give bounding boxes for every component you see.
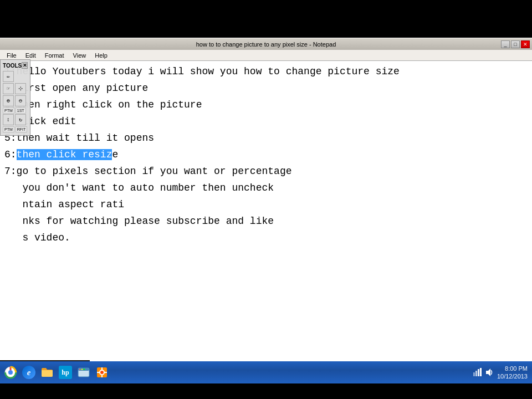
menu-help[interactable]: Help (90, 51, 112, 60)
menu-bar: File Edit Format View Help (0, 50, 532, 61)
close-button[interactable]: ✕ (521, 40, 530, 48)
volume-icon (485, 368, 494, 377)
title-bar-buttons: _ □ ✕ (501, 40, 530, 48)
taskbar: e hp (0, 361, 532, 383)
chrome-svg (4, 366, 17, 379)
notepad-window: how to to change picture to any pixel si… (0, 38, 532, 361)
tools-label: TOOLS (3, 63, 22, 69)
hand-tool[interactable]: ☞ (3, 83, 14, 94)
line-10: nks for watching please subscribe and li… (4, 213, 528, 229)
taskbar-icons-area: e hp (2, 364, 110, 381)
svg-point-6 (81, 369, 83, 370)
ie-logo: e (22, 366, 35, 379)
taskbar-folder-icon[interactable] (39, 364, 55, 381)
title-bar: how to to change picture to any pixel si… (0, 38, 532, 50)
rotate-tool[interactable]: ↻ (15, 114, 26, 125)
tools-row-4: ↕ ↻ (3, 114, 28, 125)
svg-point-10 (100, 371, 104, 374)
notepad-content-area[interactable]: 1:hello Youtubers today i will show you … (0, 61, 532, 398)
taskbar-hp-icon[interactable]: hp (57, 364, 74, 381)
menu-format[interactable]: Format (40, 51, 69, 60)
line-6: 6:then click resize (4, 146, 528, 163)
taskbar-paint-icon[interactable] (94, 364, 110, 381)
hp-logo: hp (59, 366, 72, 379)
taskbar-chrome-icon[interactable] (2, 364, 19, 381)
menu-file[interactable]: File (2, 51, 21, 60)
tool-label-ptm: PTM (3, 108, 14, 114)
line-3: 3:then right click on the picture (4, 96, 528, 113)
tray-clock: 8:00 PM 10/12/2013 (497, 365, 528, 380)
system-tray: 8:00 PM 10/12/2013 (473, 365, 530, 380)
svg-point-5 (79, 369, 80, 370)
folder-svg (40, 366, 54, 379)
tools-header: TOOLS ✕ (3, 62, 28, 69)
svg-point-2 (9, 371, 12, 374)
line-4: 4:click edit (4, 113, 528, 130)
tools-row-1: ✏ (3, 71, 28, 82)
paint-svg (95, 366, 109, 379)
network-icon (473, 368, 482, 377)
tray-date-text: 10/12/2013 (497, 372, 528, 380)
line-1: 1:hello Youtubers today i will show you … (4, 63, 528, 80)
tool-label-1st: 1ST (16, 108, 26, 114)
menu-view[interactable]: View (69, 51, 91, 60)
line-2: 2:first open any picture (4, 80, 528, 96)
tools-panel: TOOLS ✕ ✏ ☞ ⊹ ⊕ ⊖ PTM 1ST ↕ ↻ PTM RFIT (0, 59, 30, 136)
line-5: 5:then wait till it opens (4, 130, 528, 146)
maximize-button[interactable]: □ (511, 40, 520, 48)
svg-rect-16 (475, 371, 477, 376)
line-9: ntain aspect rati (4, 196, 528, 213)
tool-label-ptm2: PTM (3, 126, 14, 132)
tools-row-2: ☞ ⊹ (3, 83, 28, 94)
svg-rect-15 (473, 372, 475, 376)
taskbar-ie-icon[interactable]: e (21, 364, 37, 381)
bottom-black-bar (0, 383, 532, 399)
line-11: s video. (4, 229, 528, 246)
move-tool[interactable]: ↕ (3, 114, 14, 125)
pencil-tool[interactable]: ✏ (3, 71, 14, 82)
tools-labels-2: PTM RFIT (3, 126, 28, 132)
zoom-out-tool[interactable]: ⊖ (15, 95, 26, 106)
svg-rect-17 (478, 369, 479, 376)
line-6-highlighted: then click resiz (17, 149, 112, 160)
taskbar-explorer-icon[interactable] (75, 364, 92, 381)
tray-time-text: 8:00 PM (497, 365, 528, 372)
menu-edit[interactable]: Edit (21, 51, 40, 60)
zoom-in-tool[interactable]: ⊕ (3, 95, 14, 106)
line-8: you don't want to auto number then unche… (4, 180, 528, 196)
title-bar-text: how to to change picture to any pixel si… (196, 41, 336, 48)
svg-marker-19 (486, 369, 490, 376)
select-tool[interactable]: ⊹ (15, 83, 26, 94)
top-black-bar (0, 0, 532, 38)
line-7: 7:go to pixels section if you want or pe… (4, 163, 528, 180)
tool-label-rfit: RFIT (16, 126, 28, 132)
explorer-svg (77, 366, 90, 379)
tools-labels-1: PTM 1ST (3, 108, 28, 114)
svg-rect-18 (480, 368, 482, 376)
minimize-button[interactable]: _ (501, 40, 510, 48)
svg-point-7 (84, 369, 85, 370)
tools-row-3: ⊕ ⊖ (3, 95, 28, 106)
tools-close-button[interactable]: ✕ (22, 62, 28, 69)
